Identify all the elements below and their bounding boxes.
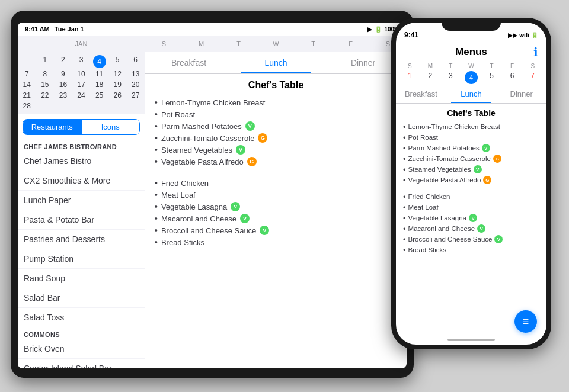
cal-cell[interactable]: 17 (72, 79, 91, 90)
cal-cell[interactable]: 6 (126, 54, 145, 69)
iphone-cal-cell[interactable]: 5 (481, 70, 502, 85)
cal-cell[interactable] (54, 101, 72, 111)
menu-item: Zucchini-Tomato Casserole G (155, 132, 397, 144)
cal-cell[interactable]: 26 (108, 90, 127, 101)
iphone-cal-cell[interactable]: 3 (440, 70, 461, 85)
cal-cell[interactable]: 25 (90, 90, 108, 101)
sidebar-item-pump[interactable]: Pump Station (18, 249, 145, 269)
cal-cell[interactable]: 1 (36, 54, 55, 69)
sidebar-item-brick-oven[interactable]: Brick Oven (18, 339, 145, 359)
sidebar-item-cx2[interactable]: CX2 Smoothies & More (18, 171, 145, 191)
iphone-cal-cell[interactable]: 2 (420, 70, 441, 85)
cal-cell[interactable]: 12 (108, 69, 127, 79)
ipad-time: 9:41 AM (25, 25, 50, 33)
iphone-content: Chef's Table Lemon-Thyme Chicken Breast … (396, 104, 546, 272)
fab-button[interactable]: ≡ (514, 310, 537, 333)
cal-cell[interactable]: 20 (126, 79, 145, 90)
iphone-tab-dinner[interactable]: Dinner (496, 85, 546, 103)
iphone-badge: G (493, 155, 501, 163)
menu-item: Bread Sticks (155, 236, 397, 248)
iphone-day-hdr: T (481, 62, 502, 70)
tab-lunch[interactable]: Lunch (232, 52, 319, 73)
cal-cell[interactable]: 11 (90, 69, 108, 79)
cal-cell-today[interactable]: 4 (93, 55, 106, 68)
cal-cell[interactable] (36, 101, 55, 111)
iphone-badge: V (474, 165, 482, 173)
menu-item-label: Steamed Vegetables (161, 146, 232, 155)
cal-cell[interactable]: 14 (18, 79, 36, 90)
cal-cell[interactable]: 24 (72, 90, 91, 101)
cal-cell[interactable]: 3 (72, 54, 91, 69)
sidebar-item-pastries[interactable]: Pastries and Desserts (18, 230, 145, 249)
cal-cell[interactable]: 9 (54, 69, 72, 79)
sidebar-item-rand-soup[interactable]: Rand Soup (18, 269, 145, 288)
sidebar-item-pasta[interactable]: Pasta & Potato Bar (18, 210, 145, 230)
sidebar-item-chef-james[interactable]: Chef James Bistro (18, 152, 145, 171)
cal-cell[interactable] (90, 101, 108, 111)
day-header-t: T (220, 40, 257, 47)
iphone-cal-cell[interactable]: 6 (502, 70, 523, 85)
sidebar-item-salad-toss[interactable]: Salad Toss (18, 308, 145, 327)
iphone-cal-cell[interactable]: 7 (522, 70, 543, 85)
sidebar-item-center-island[interactable]: Center Island Salad Bar (18, 359, 145, 368)
iphone-navbar: Menus ℹ (396, 44, 546, 62)
ipad-date: Tue Jan 1 (55, 25, 84, 33)
tab-breakfast[interactable]: Breakfast (145, 52, 232, 73)
ipad-day-headers: S M T W T F S (145, 36, 407, 52)
badge-v: V (245, 121, 255, 131)
cal-cell[interactable]: 8 (36, 69, 55, 79)
cal-cell[interactable] (108, 101, 127, 111)
cal-cell[interactable] (18, 54, 36, 69)
iphone-cal-cell-today[interactable]: 4 (465, 71, 478, 84)
cal-cell[interactable]: 7 (18, 69, 36, 79)
iphone-battery-icon: 🔋 (531, 32, 538, 38)
sidebar-item-lunch-paper[interactable]: Lunch Paper (18, 191, 145, 210)
cal-cell[interactable]: 18 (90, 79, 108, 90)
menu-section-1: Lemon-Thyme Chicken Breast Pot Roast Par… (145, 94, 407, 175)
cal-cell[interactable]: 5 (108, 54, 127, 69)
ipad-sidebar: 1 2 3 4 5 6 7 8 9 10 11 12 13 (18, 52, 145, 368)
menu-item: Broccoli and Cheese Sauce V (155, 224, 397, 236)
cal-cell[interactable]: 16 (54, 79, 72, 90)
iphone-signal-icon: ▶▶ (508, 32, 517, 38)
cal-cell[interactable]: 27 (126, 90, 145, 101)
iphone-menu-item: Vegetable Pasta Alfredo G (403, 175, 539, 185)
iphone-title: Menus (455, 46, 487, 58)
iphone-tab-breakfast[interactable]: Breakfast (396, 85, 446, 103)
iphone-menu-item: Steamed Vegetables V (403, 164, 539, 175)
menu-item: Fried Chicken (155, 177, 397, 189)
menu-item: Steamed Vegetables V (155, 144, 397, 156)
iphone-day-hdr: T (440, 62, 461, 70)
menu-item-label: Fried Chicken (161, 179, 209, 188)
ipad-content: Breakfast Lunch Dinner Chef's Table Lemo… (145, 52, 407, 368)
cal-cell[interactable]: 23 (54, 90, 72, 101)
info-button[interactable]: ℹ (533, 45, 538, 59)
iphone-tab-lunch[interactable]: Lunch (446, 85, 497, 103)
iphone-day-hdr: S (399, 62, 420, 70)
iphone-badge: G (483, 176, 491, 184)
ipad-screen: 9:41 AM Tue Jan 1 ▶ 🔋 100% JAN S M T W T… (18, 23, 407, 368)
cal-cell[interactable] (126, 101, 145, 111)
cal-cell[interactable]: 2 (54, 54, 72, 69)
iphone-cal-cell[interactable]: 1 (399, 70, 420, 85)
cal-cell[interactable]: 28 (18, 101, 36, 111)
cal-cell[interactable]: 13 (126, 69, 145, 79)
day-header-w: W (257, 40, 295, 47)
fab-icon: ≡ (523, 316, 529, 327)
ipad-content-title: Chef's Table (145, 74, 407, 94)
cal-cell[interactable]: 21 (18, 90, 36, 101)
cal-cell[interactable] (72, 101, 91, 111)
iphone-menu-item: Vegetable Lasagna V (403, 213, 539, 223)
cal-cell[interactable]: 19 (108, 79, 127, 90)
iphone-day-hdr: W (461, 62, 482, 70)
ipad-month-label: JAN (18, 36, 145, 52)
sidebar-item-salad-bar[interactable]: Salad Bar (18, 288, 145, 308)
cal-cell[interactable]: 22 (36, 90, 55, 101)
menu-item: Vegetable Pasta Alfredo G (155, 156, 397, 168)
restaurants-button[interactable]: Restaurants (23, 120, 82, 134)
iphone-menu-item: Broccoli and Cheese Sauce V (403, 234, 539, 245)
cal-cell[interactable]: 10 (72, 69, 91, 79)
icons-button[interactable]: Icons (82, 120, 140, 134)
menu-item: Lemon-Thyme Chicken Breast (155, 97, 397, 108)
cal-cell[interactable]: 15 (36, 79, 55, 90)
